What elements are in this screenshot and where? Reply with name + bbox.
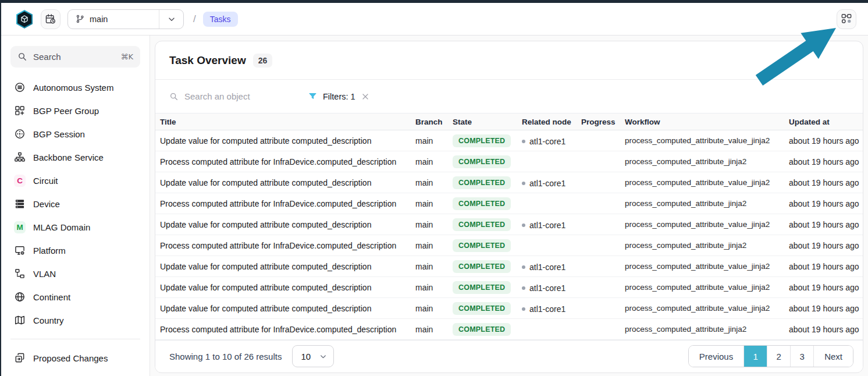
task-overview-card: Task Overview 26 Filters: 1	[155, 41, 863, 373]
letter-badge-icon: M	[14, 221, 26, 233]
server-icon	[14, 198, 26, 210]
table-row[interactable]: Process computed attribute for InfraDevi…	[155, 193, 863, 214]
sidebar-item-autonomous-system[interactable]: Autonomous System	[10, 76, 140, 99]
column-header-workflow: Workflow	[625, 118, 789, 126]
state-badge: COMPLETED	[453, 281, 511, 294]
page-button-2[interactable]: 2	[767, 346, 791, 367]
page-size-select[interactable]: 10	[292, 345, 334, 367]
globe-icon	[14, 291, 26, 303]
branch-selector-value[interactable]: main	[68, 10, 159, 29]
next-page-button[interactable]: Next	[814, 346, 853, 367]
task-updated-at: about 19 hours ago	[789, 241, 863, 250]
breadcrumb-tasks[interactable]: Tasks	[203, 12, 238, 27]
table-row[interactable]: Update value for computed attribute comp…	[155, 214, 863, 235]
table-row[interactable]: Update value for computed attribute comp…	[155, 172, 863, 193]
table-row[interactable]: Update value for computed attribute comp…	[155, 277, 863, 298]
related-node[interactable]: atl1-core1	[522, 221, 565, 230]
sidebar-item-country[interactable]: Country	[10, 308, 140, 332]
sidebar-item-mlag-domain[interactable]: MMLAG Domain	[10, 215, 140, 239]
column-header-updated-at: Updated at	[789, 118, 863, 126]
page-button-1[interactable]: 1	[744, 346, 767, 367]
sidebar-item-label: Backbone Service	[33, 152, 104, 162]
sidebar-item-platform[interactable]: Platform	[10, 239, 140, 262]
table-row[interactable]: Process computed attribute for InfraDevi…	[155, 319, 863, 340]
filter-row: Filters: 1	[155, 80, 863, 113]
schema-icon	[841, 13, 853, 25]
sidebar-item-proposed-changes[interactable]: Proposed Changes	[10, 346, 140, 370]
node-dot-icon	[522, 265, 525, 269]
related-node[interactable]: atl1-core1	[522, 283, 565, 293]
sidebar-item-bgp-peer-group[interactable]: BGP Peer Group	[10, 99, 140, 122]
task-branch: main	[415, 241, 453, 250]
task-count-badge: 26	[253, 54, 273, 68]
node-dot-icon	[522, 182, 525, 185]
infrahub-logo-icon[interactable]	[15, 9, 34, 29]
schema-button[interactable]	[837, 9, 856, 29]
chevron-down-icon	[167, 15, 176, 24]
task-workflow: process_computed_attribute_value_jinja2	[625, 220, 789, 229]
time-travel-button[interactable]	[41, 9, 61, 29]
sidebar-item-circuit[interactable]: CCircuit	[10, 169, 140, 192]
object-search-input[interactable]	[184, 91, 283, 101]
related-node[interactable]: atl1-core1	[522, 263, 565, 272]
copy-arrow-icon	[14, 352, 26, 364]
task-updated-at: about 19 hours ago	[789, 304, 863, 313]
related-node[interactable]: atl1-core1	[522, 304, 565, 314]
task-updated-at: about 19 hours ago	[789, 199, 863, 208]
branch-name: main	[90, 15, 108, 24]
table-row[interactable]: Process computed attribute for InfraDevi…	[155, 151, 863, 172]
filters-button[interactable]: Filters: 1	[308, 91, 370, 101]
task-title: Process computed attribute for InfraDevi…	[155, 157, 415, 166]
sidebar-search[interactable]: Search ⌘K	[10, 46, 140, 68]
sidebar-item-vlan[interactable]: VLAN	[10, 262, 140, 285]
column-header-title: Title	[155, 118, 415, 126]
table-row[interactable]: Update value for computed attribute comp…	[155, 130, 863, 151]
table-footer: Showing 1 to 10 of 26 results 10 Previou…	[155, 340, 863, 372]
table-row[interactable]: Update value for computed attribute comp…	[155, 256, 863, 277]
object-search[interactable]	[169, 91, 291, 101]
state-badge: COMPLETED	[453, 302, 511, 315]
top-bar: main / Tasks	[1, 3, 868, 36]
search-shortcut: ⌘K	[120, 52, 133, 61]
sidebar-item-label: Continent	[33, 292, 70, 302]
task-title: Update value for computed attribute comp…	[155, 283, 415, 292]
related-node[interactable]: atl1-core1	[522, 137, 565, 146]
sidebar-item-object-management[interactable]: Object Management	[10, 370, 140, 376]
sidebar-item-label: BGP Peer Group	[33, 106, 99, 116]
task-updated-at: about 19 hours ago	[789, 220, 863, 229]
task-related-node: atl1-core1	[522, 261, 581, 272]
previous-page-button[interactable]: Previous	[689, 346, 744, 367]
task-state: COMPLETED	[453, 134, 522, 147]
branch-selector[interactable]: main	[67, 9, 184, 29]
task-state: COMPLETED	[453, 323, 522, 336]
sidebar-item-continent[interactable]: Continent	[10, 285, 140, 308]
vlan-icon	[14, 268, 26, 279]
table-row[interactable]: Update value for computed attribute comp…	[155, 298, 863, 319]
column-header-state: State	[453, 118, 522, 126]
card-header: Task Overview 26	[155, 41, 863, 80]
task-state: COMPLETED	[453, 260, 522, 273]
task-workflow: process_computed_attribute_jinja2	[625, 157, 789, 166]
task-state: COMPLETED	[453, 281, 522, 294]
column-header-related-node: Related node	[522, 118, 581, 126]
clear-filters-icon[interactable]	[361, 92, 370, 101]
task-related-node: atl1-core1	[522, 177, 581, 188]
task-updated-at: about 19 hours ago	[789, 283, 863, 292]
task-title: Update value for computed attribute comp…	[155, 178, 415, 187]
sidebar-item-device[interactable]: Device	[10, 192, 140, 215]
task-branch: main	[415, 178, 453, 187]
related-node[interactable]: atl1-core1	[522, 179, 565, 188]
task-title: Update value for computed attribute comp…	[155, 262, 415, 271]
sidebar-item-backbone-service[interactable]: Backbone Service	[10, 146, 140, 169]
results-summary: Showing 1 to 10 of 26 results	[169, 352, 282, 361]
task-branch: main	[415, 199, 453, 208]
sidebar-item-bgp-session[interactable]: BGP Session	[10, 122, 140, 146]
filter-funnel-icon	[308, 91, 318, 101]
task-state: COMPLETED	[453, 197, 522, 210]
task-related-node: atl1-core1	[522, 219, 581, 230]
branch-dropdown-toggle[interactable]	[159, 10, 183, 29]
page-button-3[interactable]: 3	[791, 346, 814, 367]
task-branch: main	[415, 262, 453, 271]
sidebar: Search ⌘K Autonomous SystemBGP Peer Grou…	[1, 36, 150, 376]
table-row[interactable]: Process computed attribute for InfraDevi…	[155, 235, 863, 256]
